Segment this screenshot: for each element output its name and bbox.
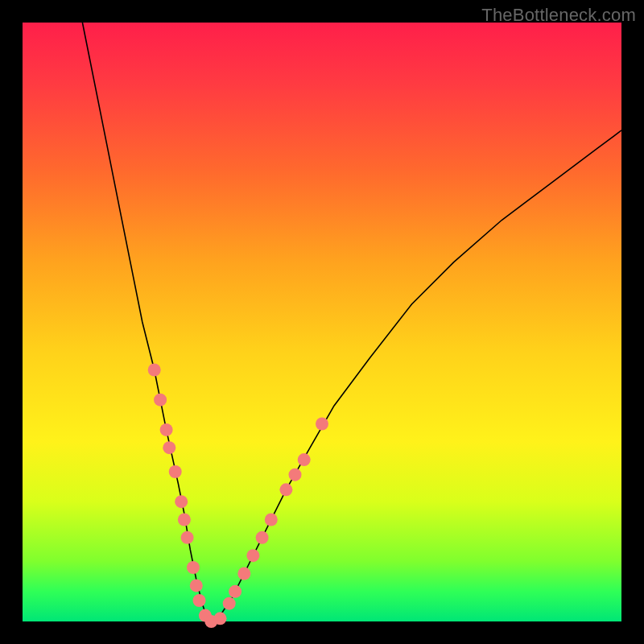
data-marker	[289, 469, 302, 481]
data-marker	[175, 495, 188, 508]
data-marker	[163, 441, 175, 454]
data-marker	[178, 514, 191, 526]
data-marker	[265, 514, 278, 526]
plot-area	[23, 23, 621, 621]
data-marker	[214, 612, 227, 625]
data-marker	[246, 549, 259, 562]
data-marker	[256, 531, 269, 544]
bottleneck-curve	[82, 23, 621, 621]
chart-frame: TheBottleneck.com	[0, 0, 644, 644]
data-marker	[169, 465, 182, 478]
marker-group	[148, 364, 328, 629]
data-marker	[154, 394, 167, 407]
data-marker	[229, 585, 242, 598]
data-marker	[187, 561, 200, 574]
data-marker	[160, 423, 173, 436]
data-marker	[190, 579, 203, 592]
data-marker	[298, 453, 311, 466]
curve-svg	[23, 23, 621, 621]
data-marker	[237, 568, 250, 580]
data-marker	[223, 597, 236, 610]
data-marker	[148, 364, 161, 377]
data-marker	[316, 418, 328, 431]
data-marker	[193, 594, 206, 607]
data-marker	[181, 531, 194, 544]
data-marker	[279, 483, 292, 496]
